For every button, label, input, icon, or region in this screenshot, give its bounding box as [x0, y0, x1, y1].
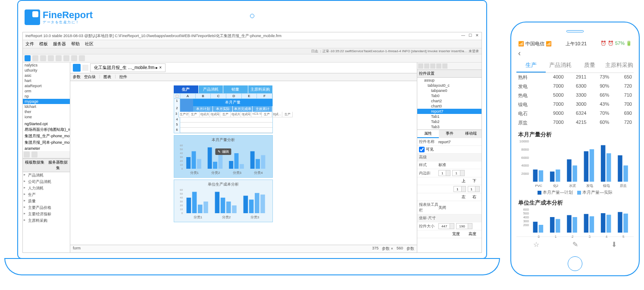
tab-materials[interactable]: 主原料采购	[248, 85, 273, 93]
cell[interactable]: 0[成月	[231, 112, 241, 117]
phone-tab-production[interactable]: 生产	[516, 59, 546, 72]
visible-checkbox[interactable]	[419, 147, 425, 152]
file-item[interactable]: ngStarted.cpt	[23, 121, 70, 126]
tree-node[interactable]: chart2	[417, 98, 481, 104]
section-params[interactable]: 参数	[73, 74, 81, 80]
chart-block-1[interactable]: 本月产量分析 0102030405060分类1分类2分类3分类4 ✎ 编辑	[174, 135, 273, 178]
dataset-item[interactable]: 主要产品价格	[23, 205, 70, 211]
phone-tab-quality[interactable]: 质量	[575, 59, 604, 72]
paste-icon[interactable]	[79, 55, 85, 61]
undo-icon[interactable]	[48, 55, 54, 61]
control-name-field[interactable]: report7	[438, 140, 480, 144]
padding-left-spinner[interactable]: 1	[453, 186, 466, 192]
folder-item[interactable]: ione	[23, 114, 70, 120]
props-cut-icon[interactable]	[424, 63, 429, 69]
cell[interactable]: 0[成月	[200, 112, 210, 117]
tab-sales[interactable]: 销量	[223, 85, 248, 93]
cell[interactable]: 生产计划	[179, 112, 189, 117]
cell[interactable]: 生产	[282, 112, 293, 117]
tree-node[interactable]: tabpane0	[417, 88, 481, 93]
cell[interactable]: 生产	[189, 112, 200, 117]
copy-icon[interactable]	[71, 55, 77, 61]
folder-item[interactable]: mypage	[23, 99, 70, 104]
cell[interactable]: 0[成同	[241, 112, 251, 117]
cell[interactable]: 生产	[262, 112, 272, 117]
minimize-icon[interactable]: —	[461, 33, 465, 39]
phone-tab-consumption[interactable]: 产品消耗	[546, 59, 575, 72]
dataset-item[interactable]: 生产	[23, 192, 70, 198]
tab-production[interactable]: 生产	[174, 85, 199, 93]
new-icon[interactable]	[25, 55, 31, 61]
tree-node[interactable]: Tab1	[417, 114, 481, 119]
cell[interactable]: <C3 / B3	[251, 112, 262, 117]
dataset-item[interactable]: 产品消耗	[23, 172, 70, 179]
ds-edit-icon[interactable]	[31, 151, 38, 158]
file-item[interactable]: 易场画面分析(地图钻取)_mobile.frr	[23, 126, 70, 133]
chart-block-2[interactable]: 单位生产成本分析 0102030405060分类1分类2分类3	[174, 180, 273, 222]
edit-chart-button[interactable]: ✎ 编辑	[215, 148, 231, 155]
tree-node[interactable]: assup	[417, 78, 481, 83]
close-icon[interactable]: ✕	[475, 33, 479, 39]
spreadsheet-block[interactable]: ⬚ AB CD EF 1 本月产量	[174, 93, 273, 133]
dataset-item[interactable]: 人力消耗	[23, 185, 70, 192]
dataset-item[interactable]: 主要经济指标	[23, 211, 70, 218]
cell[interactable]: 0[成...	[272, 112, 282, 117]
tab-events[interactable]: 事件	[439, 130, 460, 138]
tree-node[interactable]: tablayout0_c	[417, 83, 481, 88]
cell[interactable]: 生产	[220, 112, 231, 117]
style-select[interactable]: 标准	[438, 162, 480, 168]
folder-item[interactable]: asic	[23, 73, 70, 78]
ds-add-icon[interactable]	[24, 151, 30, 158]
back-button[interactable]: ‹	[516, 48, 634, 59]
save-icon[interactable]	[40, 55, 46, 61]
section-control[interactable]: 控件	[119, 74, 127, 80]
tab-attributes[interactable]: 属性	[417, 130, 439, 138]
menu-template[interactable]: 模板	[39, 41, 48, 47]
design-canvas[interactable]: 生产 产品消耗 销量 主原料采购 ⬚ AB CD EF	[70, 81, 417, 245]
cell[interactable]: 0[成同	[210, 112, 220, 117]
doc-tab[interactable]: 化工集团月报_生 …_mobile.frm ▸ ×	[90, 63, 166, 72]
dataset-item[interactable]: 公司产品消耗	[23, 179, 70, 185]
tab-consumption[interactable]: 产品消耗	[199, 85, 224, 93]
file-item[interactable]: 集团月报_同本-phone_mobile.frm	[23, 139, 70, 146]
phone-tab-materials[interactable]: 主原料采购	[604, 59, 634, 72]
star-icon[interactable]: ☆	[533, 240, 539, 249]
cut-icon[interactable]	[63, 55, 69, 61]
padding-right-spinner[interactable]: 1	[468, 186, 480, 192]
redo-icon[interactable]	[56, 55, 62, 61]
props-icon-1[interactable]	[418, 63, 423, 69]
section-chart[interactable]: 图表	[103, 74, 111, 80]
folder-item[interactable]: ataReport	[23, 83, 70, 88]
folder-item[interactable]: uthority	[23, 68, 70, 73]
tab-mobile[interactable]: 移动端	[460, 130, 481, 138]
folder-item[interactable]: ldchart	[23, 104, 70, 109]
tree-node[interactable]: report7	[417, 109, 481, 114]
folder-item[interactable]: orm	[23, 88, 70, 94]
width-spinner[interactable]: 447	[438, 223, 454, 229]
height-spinner[interactable]: 190	[456, 223, 472, 229]
folder-item[interactable]: ther	[23, 109, 70, 114]
tree-node[interactable]: Tab3	[417, 124, 481, 129]
tree-node[interactable]: Tab2	[417, 119, 481, 124]
file-item[interactable]: 集团月报_生产-phone_mobile.frm	[23, 133, 70, 139]
menu-file[interactable]: 文件	[25, 41, 34, 47]
pencil-icon[interactable]: ✎	[572, 240, 578, 249]
folder-item[interactable]: hart	[23, 78, 70, 83]
home-button[interactable]	[568, 256, 582, 271]
folder-item[interactable]: nalytics	[23, 63, 70, 68]
toolbar-toggle[interactable]: 关闭	[438, 205, 480, 211]
tree-node[interactable]: chart0	[417, 104, 481, 109]
section-blank[interactable]: 空白块	[84, 74, 96, 80]
padding-bottom-spinner[interactable]: 1	[452, 170, 464, 176]
dataset-item[interactable]: 主原料采购	[23, 218, 70, 224]
folder-item[interactable]: np	[23, 94, 70, 99]
menu-help[interactable]: 帮助	[71, 41, 80, 47]
props-paste-icon[interactable]	[436, 63, 441, 69]
home-icon[interactable]	[82, 65, 88, 71]
maximize-icon[interactable]: ☐	[469, 33, 472, 39]
props-delete-icon[interactable]	[442, 63, 447, 69]
file-item[interactable]: arameter	[23, 146, 70, 151]
download-icon[interactable]: ⬇	[611, 240, 617, 249]
padding-top-spinner[interactable]: 1	[438, 170, 450, 176]
dataset-item[interactable]: 质量	[23, 198, 70, 205]
